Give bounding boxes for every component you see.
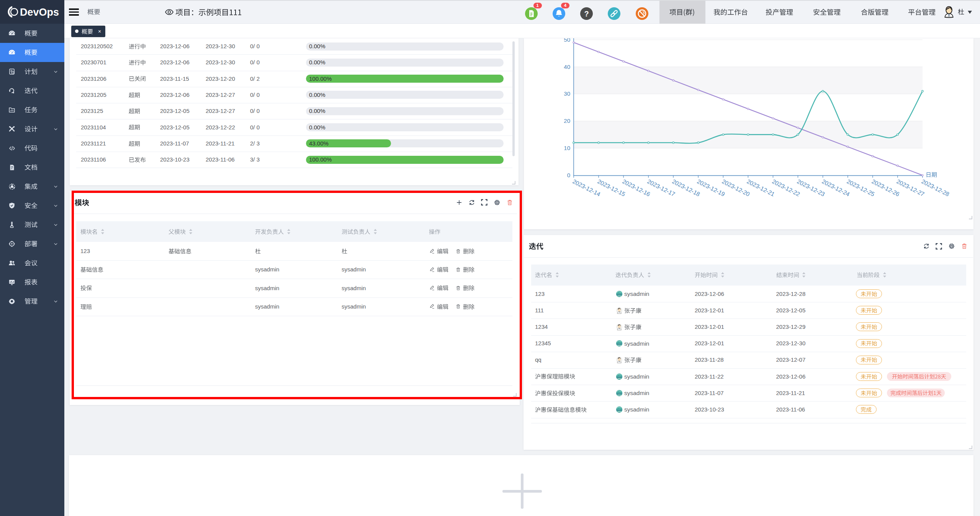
svg-text:?: ? [584,10,589,18]
